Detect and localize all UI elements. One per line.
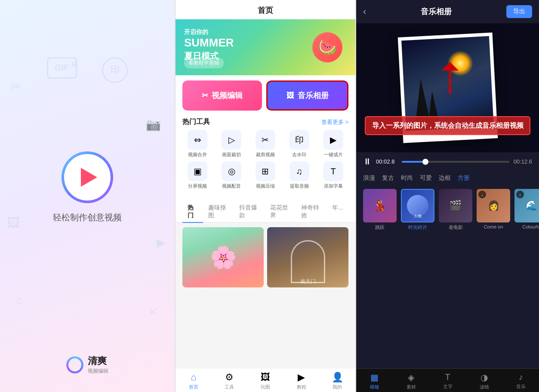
- profile-nav-icon: 👤: [332, 372, 343, 383]
- thumb-jump[interactable]: 💃 跳跃: [363, 189, 397, 231]
- tab-fun-cutout[interactable]: 趣味抠图: [203, 201, 234, 222]
- tool-crop-frame[interactable]: ▷ 画面裁切: [216, 130, 247, 158]
- p3-tab-music[interactable]: ♪ 音乐: [502, 372, 539, 390]
- editor-bottom-tabs: ▦ 模板 ◈ 素材 T 文字 ◑ 滤镜 ♪ 音乐: [356, 368, 539, 392]
- tool-extract-audio[interactable]: ♫ 提取音频: [284, 161, 314, 189]
- player-controls: ⏸ 00:02.8 00:12.6: [356, 152, 539, 171]
- play-icon: [81, 168, 97, 187]
- card-arch-image: 南天门: [267, 227, 348, 287]
- video-edit-button[interactable]: ✂ 视频编辑: [182, 80, 262, 111]
- extract-audio-label: 提取音频: [290, 183, 309, 189]
- tab-flowers[interactable]: 花花世界: [265, 201, 296, 222]
- camera-decor-icon: 📷: [146, 117, 161, 132]
- thumb-label-jump: 跳跃: [375, 224, 385, 231]
- tool-split-screen[interactable]: ▣ 分屏视频: [182, 161, 213, 189]
- content-card-grid: 🌸 南天门: [176, 223, 355, 368]
- nav-tools[interactable]: ⚙ 工具: [212, 372, 248, 390]
- style-tag-romantic[interactable]: 浪漫: [363, 174, 375, 182]
- annotation-arrow: [439, 62, 461, 98]
- summer-banner[interactable]: 开启你的 SUMMER 夏日模式 看教程学剪辑 🍉: [176, 19, 355, 75]
- p3-tab-filter[interactable]: ◑ 滤镜: [466, 372, 502, 390]
- tab-tiktok-hits[interactable]: 抖音爆款: [234, 201, 265, 222]
- thumb-label-come-on: Come on: [484, 224, 503, 229]
- card-flower-image: 🌸: [182, 227, 264, 287]
- text-tab-label: 文字: [443, 383, 453, 390]
- tool-dubbing[interactable]: ◎ 视频配音: [216, 161, 247, 189]
- time-end: 00:12.6: [514, 158, 532, 165]
- progress-knob[interactable]: [422, 159, 428, 165]
- back-button[interactable]: ‹: [363, 6, 366, 17]
- content-card-2[interactable]: 南天门: [267, 227, 348, 287]
- filter-tab-label: 滤镜: [480, 384, 489, 390]
- materials-tab-icon: ◈: [408, 372, 414, 383]
- arch-text: 南天门: [300, 278, 316, 285]
- export-button[interactable]: 导出: [506, 5, 532, 18]
- tool-compress[interactable]: ⊞ 视频压缩: [250, 161, 281, 189]
- thumb-colourfu[interactable]: ↓ 🌊 Colourfu: [514, 189, 539, 231]
- nav-profile[interactable]: 👤 我的: [319, 372, 355, 390]
- thumb-label-oldfilm: 老电影: [449, 224, 463, 231]
- tab-hot[interactable]: 热门: [182, 201, 203, 222]
- style-tag-fashion[interactable]: 时尚: [401, 174, 413, 182]
- tab-more[interactable]: 年...: [327, 201, 348, 222]
- thumb-label-colourfu: Colourfu: [522, 224, 539, 229]
- thumb-oldfilm[interactable]: 🎬 老电影: [439, 189, 472, 231]
- content-card-1[interactable]: 🌸: [182, 227, 264, 287]
- style-tag-retro[interactable]: 复古: [382, 174, 394, 182]
- split-screen-label: 分屏视频: [188, 183, 207, 189]
- nav-tutorials[interactable]: ▶ 教程: [283, 372, 320, 390]
- subtitle-icon: T: [323, 161, 343, 181]
- profile-nav-label: 我的: [333, 384, 342, 390]
- music-tab-label: 音乐: [516, 383, 526, 390]
- cross-decor-icon: ✕: [148, 306, 157, 318]
- crop-frame-icon: ▷: [222, 130, 241, 150]
- p3-tab-templates[interactable]: ▦ 模板: [356, 372, 393, 390]
- tool-one-click[interactable]: ▶ 一键成片: [318, 130, 348, 158]
- scissors-decor-icon: ✂: [10, 78, 22, 95]
- compress-icon: ⊞: [256, 161, 275, 181]
- dubbing-label: 视频配音: [222, 183, 241, 189]
- tool-watermark[interactable]: 印 去水印: [284, 130, 314, 158]
- scissors-icon: ✂: [202, 91, 208, 100]
- tool-video-merge[interactable]: ⇔ 视频合并: [182, 130, 213, 158]
- watermelon-icon: 🍉: [312, 32, 342, 62]
- tab-special-fx[interactable]: 神奇特效: [296, 201, 327, 222]
- music-album-header: ‹ 音乐相册 导出: [356, 0, 539, 23]
- cut-video-label: 裁剪视频: [256, 151, 275, 158]
- p3-tab-materials[interactable]: ◈ 素材: [393, 372, 429, 390]
- hot-tools-heading: 热门工具: [182, 117, 210, 127]
- style-tag-square[interactable]: 方形: [458, 174, 470, 182]
- style-tag-border[interactable]: 边框: [439, 174, 451, 182]
- tool-cut-video[interactable]: ✂ 裁剪视频: [250, 130, 281, 158]
- crop-frame-label: 画面裁切: [222, 151, 241, 158]
- thumb-label-timefragments: 时光碎片: [408, 224, 427, 231]
- templates-tab-label: 模板: [370, 384, 379, 390]
- pause-button[interactable]: ⏸: [363, 157, 372, 167]
- download-icon-come-on: ↓: [478, 191, 486, 198]
- app-logo: [62, 151, 113, 203]
- thumb-come-on[interactable]: ↓ 👩 Come on: [477, 189, 510, 231]
- nav-gallery[interactable]: 🖼 玩图: [247, 372, 283, 390]
- music-tab-icon: ♪: [519, 372, 523, 382]
- thumb-image-colourfu: ↓ 🌊: [514, 189, 539, 222]
- banner-pre-text: 开启你的: [184, 28, 234, 36]
- brand-name: 清爽: [88, 355, 108, 367]
- one-click-label: 一键成片: [324, 151, 343, 158]
- template-thumbnails: 💃 跳跃 人物 时光碎片 🎬 老电影 ↓ 👩 Come on: [356, 185, 539, 234]
- x-decor-icon: ✕: [70, 59, 78, 71]
- thumb-timefragments[interactable]: 人物 时光碎片: [401, 189, 434, 231]
- p3-tab-text[interactable]: T 文字: [429, 372, 466, 390]
- music-album-button[interactable]: 🖼 音乐相册: [266, 80, 348, 111]
- arch-decoration: [291, 240, 325, 283]
- nav-home[interactable]: ⌂ 首页: [176, 372, 212, 390]
- main-tool-buttons: ✂ 视频编辑 🖼 音乐相册: [182, 75, 348, 116]
- progress-bar[interactable]: [402, 161, 509, 163]
- brand-subtitle: 视频编辑: [88, 367, 108, 375]
- see-more-link[interactable]: 查看更多 >: [321, 118, 348, 126]
- tool-subtitle[interactable]: T 添加字幕: [318, 161, 348, 189]
- compress-label: 视频压缩: [256, 183, 275, 189]
- templates-tab-icon: ▦: [370, 372, 379, 383]
- dubbing-icon: ◎: [222, 161, 241, 181]
- banner-cta-button[interactable]: 看教程学剪辑: [184, 58, 224, 68]
- style-tag-cute[interactable]: 可爱: [420, 174, 432, 182]
